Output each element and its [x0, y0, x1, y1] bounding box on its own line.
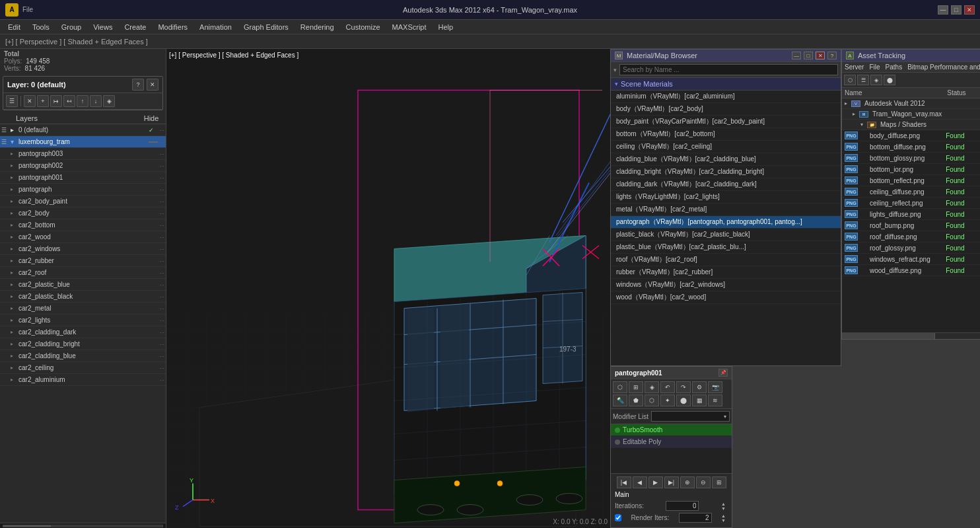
layers-scrollbar[interactable]: [3, 525, 163, 527]
list-item[interactable]: PNG roof_diffuse.png Found: [842, 231, 980, 243]
layers-add-btn[interactable]: +: [37, 95, 49, 107]
list-item[interactable]: PNG roof_bump.png Found: [842, 220, 980, 231]
mod-icon-14[interactable]: ≋: [708, 395, 722, 406]
list-item[interactable]: PNG windows_refract.png Found: [842, 254, 980, 265]
list-item[interactable]: ▸ car2_bottom ···: [0, 219, 166, 231]
mod-icon-1[interactable]: ⬡: [613, 381, 627, 393]
list-item[interactable]: ▸ pantograph002 ···: [0, 160, 166, 172]
mod-icon-8[interactable]: 🔦: [613, 395, 627, 406]
section-collapse-icon[interactable]: ▾: [615, 81, 618, 87]
list-item[interactable]: PNG lights_diffuse.png Found: [842, 209, 980, 220]
layers-highlight-btn[interactable]: ↓: [90, 95, 102, 107]
list-item[interactable]: PNG wood_diffuse.png Found: [842, 265, 980, 276]
material-browser-minimize[interactable]: —: [792, 52, 801, 59]
modifier-nav-1[interactable]: |◀: [617, 476, 631, 488]
material-row[interactable]: windows（VRayMtl）[car2_windows]: [611, 279, 841, 291]
layers-move-to-btn[interactable]: ↦: [50, 95, 62, 107]
list-item[interactable]: PNG ceiling_reflect.png Found: [842, 198, 980, 209]
iterations-spinner[interactable]: ▲ ▼: [721, 502, 728, 511]
list-item[interactable]: ▸ pantograph003 ···: [0, 148, 166, 160]
render-iters-input[interactable]: [679, 513, 712, 523]
modifier-nav-6[interactable]: ⊖: [696, 476, 711, 488]
asset-group-tram-file[interactable]: ▸ M Tram_Wagon_vray.max Network Path: [842, 109, 980, 120]
layers-close-button[interactable]: ✕: [147, 79, 158, 91]
mod-pin-btn[interactable]: 📌: [718, 369, 728, 377]
asset-menu-paths[interactable]: Paths: [886, 63, 903, 71]
material-row[interactable]: cladding_dark（VRayMtl）[car2_cladding_dar…: [611, 178, 841, 191]
modifier-nav-7[interactable]: ⊞: [712, 476, 726, 488]
asset-btn-3[interactable]: ◈: [870, 75, 882, 85]
asset-menu-bitmap-perf[interactable]: Bitmap Performance and Memory: [907, 63, 980, 71]
asset-btn-1[interactable]: ⬡: [844, 75, 856, 85]
close-button[interactable]: ✕: [964, 5, 975, 15]
modifier-list-dropdown[interactable]: ▾: [651, 411, 730, 422]
list-item[interactable]: ▸ car2_body_paint ···: [0, 196, 166, 207]
layers-sel-objs-btn[interactable]: ↑: [77, 95, 88, 107]
mod-icon-6[interactable]: ⚙: [692, 381, 707, 393]
spinner-up[interactable]: ▲: [721, 502, 728, 506]
render-iters-checkbox[interactable]: [615, 513, 621, 522]
menu-group[interactable]: Group: [56, 22, 87, 32]
modifier-item-editable-poly[interactable]: Editable Poly: [611, 436, 732, 448]
layers-delete-btn[interactable]: ✕: [24, 95, 36, 107]
list-item[interactable]: ▸ car2_aluminium ···: [0, 374, 166, 386]
list-item[interactable]: ▸ car2_lights ···: [0, 315, 166, 326]
material-row[interactable]: cladding_blue（VRayMtl）[car2_cladding_blu…: [611, 153, 841, 166]
material-row[interactable]: rubber（VRayMtl）[car2_rubber]: [611, 266, 841, 279]
list-item[interactable]: ▸ car2_ceiling ···: [0, 362, 166, 374]
list-item[interactable]: ▸ car2_cladding_dark ···: [0, 326, 166, 338]
asset-horizontal-scrollbar[interactable]: [842, 332, 980, 339]
menu-customize[interactable]: Customize: [341, 22, 386, 32]
layer-row-luxembourg-tram[interactable]: ☰ ▾ luxembourg_tram ···: [0, 136, 166, 148]
material-row[interactable]: bottom（VRayMtl）[car2_bottom]: [611, 128, 841, 141]
list-item[interactable]: ▸ car2_cladding_blue ···: [0, 350, 166, 362]
menu-views[interactable]: Views: [88, 22, 118, 32]
list-item[interactable]: PNG bottom_glossy.png Found: [842, 153, 980, 164]
menu-graph-editors[interactable]: Graph Editors: [238, 22, 294, 32]
material-row[interactable]: body_paint（VRayCarPaintMtl）[car2_body_pa…: [611, 116, 841, 128]
viewport[interactable]: [+] [ Perspective ] [ Shaded + Edged Fac…: [166, 49, 610, 528]
spinner-down[interactable]: ▼: [721, 506, 728, 511]
material-browser-restore[interactable]: □: [804, 52, 813, 59]
mod-icon-4[interactable]: ↶: [660, 381, 675, 393]
list-item[interactable]: PNG bottom_ior.png Found: [842, 164, 980, 175]
modifier-nav-4[interactable]: ▶|: [664, 476, 679, 488]
list-item[interactable]: ▸ car2_metal ···: [0, 303, 166, 315]
mod-icon-10[interactable]: ⬡: [645, 395, 659, 406]
layers-menu-btn[interactable]: ☰: [6, 95, 18, 107]
list-item[interactable]: PNG bottom_diffuse.png Found: [842, 141, 980, 153]
mod-icon-12[interactable]: ⬤: [676, 395, 691, 406]
list-item[interactable]: ▸ car2_cladding_bright ···: [0, 338, 166, 350]
menu-maxscript[interactable]: MAXScript: [387, 22, 432, 32]
asset-group-vault[interactable]: ▸ V Autodesk Vault 2012 Logged Out ...: [842, 98, 980, 109]
material-row[interactable]: plastic_blue（VRayMtl）[car2_plastic_blu..…: [611, 241, 841, 254]
spinner-down[interactable]: ▼: [721, 518, 728, 523]
material-search-input[interactable]: [619, 64, 838, 75]
material-row[interactable]: body（VRayMtl）[car2_body]: [611, 103, 841, 116]
mod-icon-3[interactable]: ◈: [645, 381, 659, 393]
layers-freeze-btn[interactable]: ◈: [103, 95, 115, 107]
mod-icon-9[interactable]: ⬟: [629, 395, 643, 406]
list-item[interactable]: ▸ car2_wood ···: [0, 231, 166, 243]
asset-menu-server[interactable]: Server: [845, 63, 864, 71]
asset-btn-2[interactable]: ☰: [857, 75, 869, 85]
menu-tools[interactable]: Tools: [27, 22, 55, 32]
menu-modifiers[interactable]: Modifiers: [153, 22, 193, 32]
layer-row-default[interactable]: ☰ ▸ 0 (default) ✓ ···: [0, 124, 166, 136]
list-item[interactable]: PNG roof_glossy.png Found: [842, 243, 980, 254]
layers-help-button[interactable]: ?: [132, 79, 144, 91]
menu-animation[interactable]: Animation: [194, 22, 237, 32]
mod-icon-13[interactable]: ▦: [692, 395, 707, 406]
menu-edit[interactable]: Edit: [3, 22, 26, 32]
asset-menu-file[interactable]: File: [869, 63, 880, 71]
spinner-up[interactable]: ▲: [721, 513, 728, 518]
material-row[interactable]: plastic_black（VRayMtl）[car2_plastic_blac…: [611, 229, 841, 241]
list-item[interactable]: ▸ car2_plastic_blue ···: [0, 279, 166, 291]
list-item[interactable]: ▸ pantograph001 ···: [0, 172, 166, 184]
list-item[interactable]: ▸ car2_plastic_black ···: [0, 291, 166, 303]
list-item[interactable]: PNG bottom_reflect.png Found: [842, 175, 980, 186]
modifier-item-turbosmooth[interactable]: TurboSmooth: [611, 424, 732, 436]
material-browser-help[interactable]: ?: [827, 52, 837, 59]
modifier-nav-3[interactable]: ▶: [648, 476, 663, 488]
list-item[interactable]: ▸ car2_rubber ···: [0, 255, 166, 267]
